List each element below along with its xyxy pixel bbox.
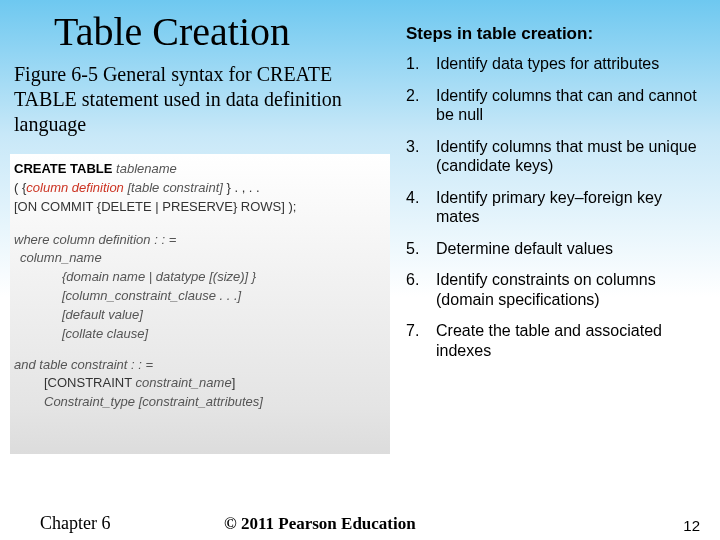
on-commit-line: [ON COMMIT {DELETE | PRESERVE} ROWS] );	[14, 198, 390, 217]
steps-heading: Steps in table creation:	[406, 24, 593, 44]
and-table-constraint: and table constraint : : =	[14, 356, 390, 375]
constraint-attrs: [constraint_attributes]	[139, 394, 263, 409]
step-item: Identify data types for attributes	[406, 54, 702, 74]
constraint-name: constraint_name	[136, 375, 232, 390]
step-item: Identify columns that must be unique (ca…	[406, 137, 702, 176]
red-column-def: column definition	[26, 180, 124, 195]
bracket-close: ]	[232, 375, 236, 390]
collate-clause: [collate clause]	[14, 325, 390, 344]
col-constraint-clause: [column_constraint_clause . . .]	[14, 287, 390, 306]
chapter-label: Chapter 6	[40, 513, 110, 534]
page-number: 12	[683, 517, 700, 534]
step-item: Identify constraints on columns (domain …	[406, 270, 702, 309]
ital-table-constraint: [table constraint]	[124, 180, 223, 195]
brace-open: ( {	[14, 180, 26, 195]
step-item: Determine default values	[406, 239, 702, 259]
syntax-definition: CREATE TABLE tablename ( {column definit…	[10, 154, 390, 454]
steps-list: Identify data types for attributes Ident…	[406, 54, 702, 372]
brace-close-dots: } . , . .	[223, 180, 260, 195]
constraint-type: Constraint_type	[44, 394, 139, 409]
default-value: [default value]	[14, 306, 390, 325]
slide-title: Table Creation	[54, 8, 290, 55]
step-item: Identify primary key–foreign key mates	[406, 188, 702, 227]
domain-datatype: {domain name | datatype [(size)] }	[14, 268, 390, 287]
kw-constraint: [CONSTRAINT	[44, 375, 136, 390]
ital-tablename: tablename	[112, 161, 176, 176]
step-item: Identify columns that can and cannot be …	[406, 86, 702, 125]
column-name: column_name	[14, 249, 390, 268]
where-col-def: where column definition : : =	[14, 231, 390, 250]
kw-create-table: CREATE TABLE	[14, 161, 112, 176]
figure-caption: Figure 6-5 General syntax for CREATE TAB…	[14, 62, 374, 137]
copyright-label: © 2011 Pearson Education	[224, 514, 416, 534]
step-item: Create the table and associated indexes	[406, 321, 702, 360]
